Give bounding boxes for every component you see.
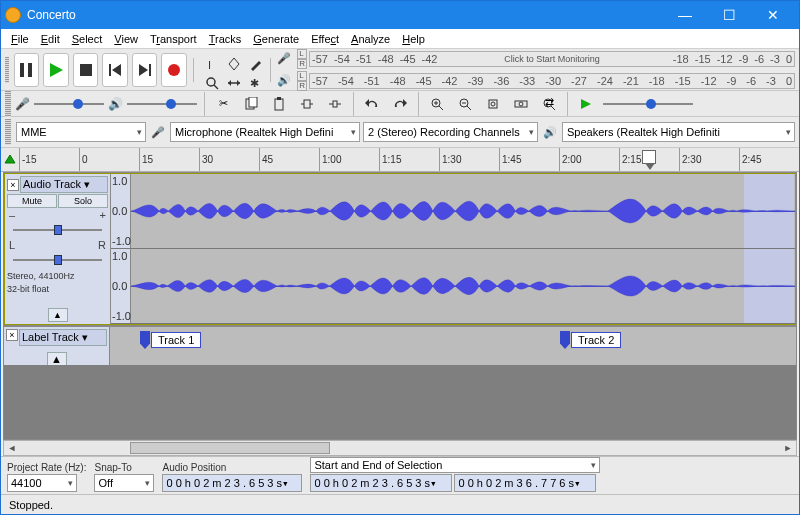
playback-meter[interactable]: -57-54-51-48-45-42-39-36-33-30-27-24-21-… (309, 73, 795, 89)
scrollbar-thumb[interactable] (130, 442, 330, 454)
tracks-area: × Audio Track ▾ Mute Solo –+ LR Stereo, … (3, 172, 797, 440)
svg-rect-19 (275, 99, 283, 110)
label-track-close-button[interactable]: × (6, 329, 18, 341)
svg-marker-42 (5, 155, 15, 163)
svg-text:✱: ✱ (250, 77, 259, 89)
timeline-ruler[interactable]: -1501530451:001:151:301:452:002:152:302:… (1, 148, 799, 172)
audio-host-combo[interactable]: MME (16, 122, 146, 142)
record-button[interactable] (161, 53, 187, 87)
svg-point-37 (519, 102, 523, 106)
play-button[interactable] (43, 53, 69, 87)
waveform-left[interactable]: 1.00.0-1.0 (111, 174, 795, 249)
label-track: × Label Track ▾ ▲ Track 1 Track 2 (4, 325, 796, 365)
toolbar-grip[interactable] (5, 91, 11, 117)
svg-marker-6 (139, 64, 148, 76)
speaker-icon: 🔊 (541, 126, 559, 139)
track-collapse-button[interactable]: ▲ (48, 308, 68, 322)
toolbar-grip[interactable] (5, 57, 9, 83)
svg-rect-20 (277, 97, 281, 100)
play-at-speed-button[interactable] (573, 91, 599, 117)
svg-rect-3 (80, 64, 92, 76)
menu-tracks[interactable]: Tracks (203, 31, 248, 47)
skip-end-button[interactable] (132, 53, 158, 87)
label-track-body[interactable]: Track 1 Track 2 (110, 327, 796, 365)
label-text[interactable]: Track 1 (151, 332, 201, 348)
playback-speed-slider[interactable] (603, 96, 693, 112)
menu-edit[interactable]: Edit (35, 31, 66, 47)
svg-rect-18 (249, 97, 257, 107)
pan-slider[interactable] (13, 254, 102, 266)
play-vol-icon: 🔊 (108, 97, 123, 111)
close-button[interactable]: ✕ (751, 1, 795, 29)
audio-position-label: Audio Position (162, 462, 302, 473)
playhead-marker[interactable] (642, 150, 656, 164)
label-track-collapse-button[interactable]: ▲ (47, 352, 67, 366)
scroll-right-button[interactable]: ► (780, 443, 796, 453)
label-text[interactable]: Track 2 (571, 332, 621, 348)
trim-button[interactable] (294, 91, 320, 117)
svg-text:I: I (208, 59, 211, 71)
solo-button[interactable]: Solo (58, 194, 108, 208)
menu-view[interactable]: View (108, 31, 144, 47)
paste-button[interactable] (266, 91, 292, 117)
svg-rect-1 (28, 63, 32, 77)
selection-end-field[interactable]: 0 0 h 0 2 m 3 6 . 7 7 6 s▾ (454, 474, 596, 492)
svg-text:⇄: ⇄ (545, 97, 554, 108)
label-track-name-dropdown[interactable]: Label Track ▾ (19, 329, 107, 346)
meter-hint: Click to Start Monitoring (504, 54, 600, 64)
mic-meter-icon[interactable]: 🎤 (275, 51, 293, 67)
scroll-left-button[interactable]: ◄ (4, 443, 20, 453)
recording-meter[interactable]: -57-54-51-48-45-42 Click to Start Monito… (309, 51, 795, 67)
fit-project-button[interactable] (508, 91, 534, 117)
undo-button[interactable] (359, 91, 385, 117)
track-name-dropdown[interactable]: Audio Track ▾ (20, 176, 108, 193)
selection-mode-combo[interactable]: Start and End of Selection (310, 457, 600, 473)
label-track-header: × Label Track ▾ ▲ (4, 327, 110, 365)
audio-position-field[interactable]: 0 0 h 0 2 m 2 3 . 6 5 3 s▾ (162, 474, 302, 492)
track-close-button[interactable]: × (7, 179, 19, 191)
svg-marker-41 (581, 99, 591, 109)
mute-button[interactable]: Mute (7, 194, 57, 208)
gain-slider[interactable] (13, 224, 102, 236)
menu-file[interactable]: File (5, 31, 35, 47)
menu-select[interactable]: Select (66, 31, 109, 47)
play-meter-lr: LR (297, 71, 307, 91)
horizontal-scrollbar[interactable]: ◄ ► (3, 440, 797, 456)
menu-transport[interactable]: Transport (144, 31, 203, 47)
menu-help[interactable]: Help (396, 31, 431, 47)
playback-device-combo[interactable]: Speakers (Realtek High Definiti (562, 122, 795, 142)
toolbar-grip[interactable] (5, 119, 11, 145)
waveform-right[interactable]: 1.00.0-1.0 (111, 249, 795, 324)
skip-start-button[interactable] (102, 53, 128, 87)
mic-icon: 🎤 (149, 126, 167, 139)
redo-button[interactable] (387, 91, 413, 117)
cut-button[interactable]: ✂ (210, 91, 236, 117)
copy-button[interactable] (238, 91, 264, 117)
project-rate-label: Project Rate (Hz): (7, 462, 86, 473)
maximize-button[interactable]: ☐ (707, 1, 751, 29)
project-rate-combo[interactable]: 44100 (7, 474, 77, 492)
zoom-toggle-button[interactable]: ⇄ (536, 91, 562, 117)
fit-selection-button[interactable] (480, 91, 506, 117)
svg-rect-21 (304, 100, 310, 108)
pinned-play-head-button[interactable] (1, 148, 19, 171)
menu-effect[interactable]: Effect (305, 31, 345, 47)
speaker-meter-icon[interactable]: 🔊 (275, 73, 293, 89)
zoom-in-button[interactable] (424, 91, 450, 117)
minimize-button[interactable]: — (663, 1, 707, 29)
recording-device-combo[interactable]: Microphone (Realtek High Defini (170, 122, 360, 142)
pause-button[interactable] (14, 53, 40, 87)
label-marker-1[interactable]: Track 1 (140, 331, 201, 349)
recording-channels-combo[interactable]: 2 (Stereo) Recording Channels (363, 122, 538, 142)
label-marker-2[interactable]: Track 2 (560, 331, 621, 349)
recording-volume-slider[interactable] (34, 96, 104, 112)
menu-analyze[interactable]: Analyze (345, 31, 396, 47)
zoom-out-button[interactable] (452, 91, 478, 117)
menu-generate[interactable]: Generate (247, 31, 305, 47)
snap-to-combo[interactable]: Off (94, 474, 154, 492)
selection-start-field[interactable]: 0 0 h 0 2 m 2 3 . 6 5 3 s▾ (310, 474, 452, 492)
svg-marker-10 (229, 58, 239, 70)
silence-button[interactable] (322, 91, 348, 117)
playback-volume-slider[interactable] (127, 96, 197, 112)
stop-button[interactable] (73, 53, 99, 87)
